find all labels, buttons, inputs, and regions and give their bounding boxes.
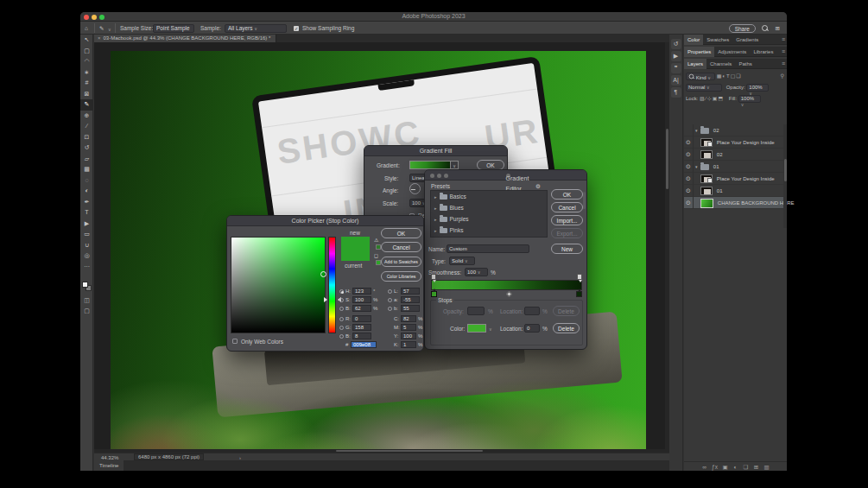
- saturation-brightness-field[interactable]: [231, 237, 326, 333]
- field-input[interactable]: 100: [352, 296, 371, 303]
- minimize-dialog-button[interactable]: [437, 174, 441, 178]
- radio-button[interactable]: [388, 289, 392, 294]
- lock-icon[interactable]: ⊹: [707, 96, 712, 101]
- panel-tab[interactable]: Libraries: [750, 47, 776, 57]
- radio-button[interactable]: [339, 307, 344, 311]
- panel-tab[interactable]: Properties: [684, 47, 714, 57]
- cancel-button[interactable]: Cancel: [551, 202, 583, 212]
- ok-button[interactable]: OK: [381, 228, 421, 238]
- layer-name[interactable]: Place Your Design Inside: [717, 176, 775, 181]
- visibility-toggle[interactable]: ⊙: [684, 149, 694, 161]
- footer-icon[interactable]: ❏: [741, 462, 751, 472]
- tool-button[interactable]: ∕: [80, 121, 93, 132]
- lock-icon[interactable]: ▨: [700, 96, 705, 101]
- tool-button[interactable]: ▢: [80, 46, 93, 57]
- field-input[interactable]: 158: [352, 324, 371, 331]
- foreground-background-swatches[interactable]: [82, 282, 92, 291]
- tool-button[interactable]: ▭: [80, 229, 93, 240]
- tool-button[interactable]: T: [80, 207, 93, 219]
- group-expand-icon[interactable]: ▾: [695, 128, 698, 133]
- horizontal-scrollbar-thumb[interactable]: [336, 450, 483, 452]
- visibility-toggle[interactable]: ⊙: [684, 124, 694, 136]
- location-input[interactable]: 0: [524, 324, 540, 333]
- field-input[interactable]: 5: [401, 324, 416, 331]
- preset-folder-row[interactable]: ▸Purples: [431, 213, 547, 225]
- field-input[interactable]: 100: [401, 333, 416, 339]
- tool-button[interactable]: ◠: [80, 56, 93, 67]
- filter-icon[interactable]: ❏: [736, 73, 740, 79]
- panel-tab[interactable]: Layers: [684, 59, 706, 69]
- layer-body[interactable]: ▾ 02: [695, 124, 787, 136]
- lock-icon[interactable]: ⬒: [718, 96, 723, 101]
- collapsed-panel-icon[interactable]: ❞: [671, 63, 681, 73]
- panel-tab[interactable]: Swatches: [703, 35, 732, 45]
- preset-folder-row[interactable]: ▸Basics: [431, 191, 547, 202]
- radio-button[interactable]: [388, 307, 392, 311]
- color-stop[interactable]: [576, 291, 582, 297]
- collapsed-panel-icon[interactable]: ▶: [671, 51, 681, 61]
- web-safe-cube-icon[interactable]: ◻: [374, 252, 378, 258]
- only-web-colors-checkbox[interactable]: [232, 339, 238, 344]
- type-select[interactable]: Solid ∨: [449, 257, 475, 265]
- layer-thumbnail[interactable]: [700, 150, 713, 159]
- hue-slider-marker-left[interactable]: [324, 297, 327, 302]
- footer-icon[interactable]: ▣: [720, 462, 731, 472]
- preset-folder-row[interactable]: ▸Blues: [431, 202, 547, 213]
- layer-name[interactable]: 01: [713, 164, 719, 169]
- layer-body[interactable]: ▾ 01: [695, 185, 787, 197]
- share-button[interactable]: Share: [729, 24, 756, 33]
- color-stop-selected[interactable]: [431, 291, 437, 297]
- field-input[interactable]: 123: [352, 288, 371, 295]
- tool-button[interactable]: ⋯: [80, 262, 93, 273]
- footer-icon[interactable]: ⊞: [751, 462, 762, 472]
- color-libraries-button[interactable]: Color Libraries: [381, 271, 421, 282]
- expand-icon[interactable]: ▸: [434, 194, 437, 200]
- tool-button[interactable]: ∪: [80, 240, 93, 251]
- sample-size-select[interactable]: Point Sample ∨: [153, 24, 194, 33]
- search-icon[interactable]: [762, 25, 768, 33]
- field-input[interactable]: 8: [352, 333, 371, 339]
- import-button[interactable]: Import...: [551, 215, 583, 225]
- radio-button[interactable]: [339, 326, 344, 330]
- hex-input[interactable]: 009e08: [351, 341, 377, 348]
- footer-icon[interactable]: ▥: [762, 462, 772, 472]
- layer-body[interactable]: ▾ 02: [695, 149, 787, 161]
- chevron-down-icon[interactable]: ∨: [489, 326, 492, 332]
- tool-button[interactable]: ✎: [80, 99, 93, 111]
- stop-color-swatch[interactable]: [467, 324, 486, 333]
- visibility-toggle[interactable]: ⊙: [684, 173, 694, 185]
- tool-preset-caret-icon[interactable]: ∨: [108, 26, 111, 34]
- show-sampling-ring-checkbox[interactable]: ✓: [294, 24, 299, 32]
- panel-menu-icon[interactable]: ≡: [782, 48, 785, 54]
- layer-body[interactable]: ▾ Place Your Design Inside: [695, 136, 787, 149]
- radio-button[interactable]: [388, 298, 392, 302]
- add-to-swatches-button[interactable]: Add to Swatches: [381, 257, 421, 267]
- tool-button[interactable]: ▱: [80, 154, 93, 165]
- gradient-preview-bar[interactable]: [431, 280, 582, 290]
- opacity-select[interactable]: 100% ∨: [746, 84, 769, 92]
- timeline-tab[interactable]: Timeline: [94, 460, 124, 471]
- layer-thumbnail[interactable]: [700, 164, 709, 170]
- collapsed-panel-icon[interactable]: A|: [671, 75, 681, 86]
- radio-button[interactable]: [339, 317, 344, 321]
- blend-mode-select[interactable]: Normal ∨: [686, 84, 722, 92]
- cancel-button[interactable]: Cancel: [381, 242, 421, 252]
- tool-button[interactable]: ▩: [80, 164, 93, 175]
- tool-button[interactable]: ◎: [80, 250, 93, 262]
- expand-icon[interactable]: ▸: [434, 228, 437, 233]
- tool-button[interactable]: ◌: [80, 175, 93, 187]
- layer-thumbnail[interactable]: [700, 187, 713, 195]
- layer-row[interactable]: ⊙ ▾ 02: [684, 149, 787, 161]
- opacity-stop[interactable]: [431, 274, 436, 280]
- panel-tab[interactable]: Color: [684, 35, 703, 45]
- footer-icon[interactable]: ◐: [731, 462, 741, 472]
- layer-row[interactable]: ⊙ ▾ 01: [684, 161, 787, 173]
- layer-body[interactable]: ▾ 01: [695, 161, 787, 173]
- footer-icon[interactable]: ƒx: [710, 462, 720, 472]
- layer-thumbnail[interactable]: [700, 138, 713, 147]
- angle-dial[interactable]: [409, 183, 421, 194]
- close-dialog-button[interactable]: [430, 174, 434, 178]
- layer-filter-select[interactable]: Kind ∨: [686, 73, 715, 80]
- expand-icon[interactable]: ▸: [434, 206, 437, 211]
- tool-button[interactable]: ↺: [80, 143, 93, 154]
